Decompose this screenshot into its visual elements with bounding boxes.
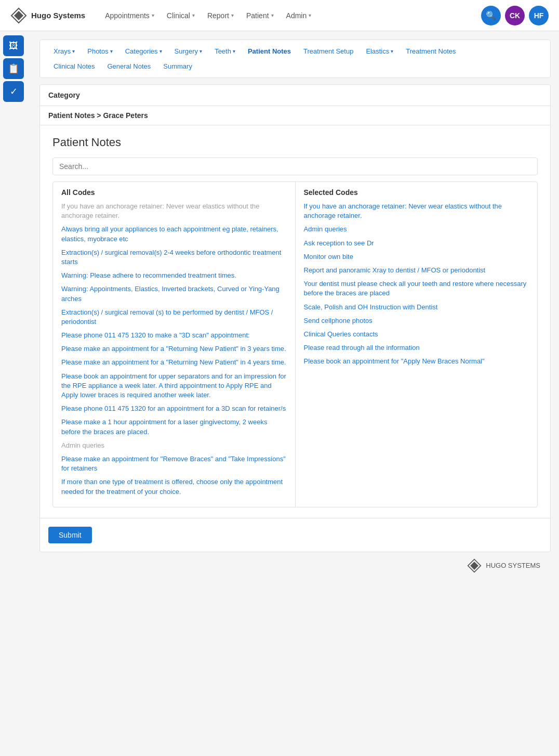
chevron-down-icon: ▾ <box>199 48 202 54</box>
tab-xrays[interactable]: Xrays ▾ <box>48 45 80 57</box>
card-body: Patient Notes All Codes If you have an a… <box>40 125 550 518</box>
all-codes-column: All Codes If you have an anchorage retai… <box>53 182 296 507</box>
sidebar-clipboard-icon[interactable]: 📋 <box>3 58 24 79</box>
list-item[interactable]: Please make an appointment for "Remove B… <box>61 454 287 473</box>
selected-codes-title: Selected Codes <box>304 188 529 197</box>
tab-elastics[interactable]: Elastics ▾ <box>361 45 398 57</box>
list-item[interactable]: Please phone 011 475 1320 to make a "3D … <box>61 331 287 340</box>
search-input[interactable] <box>52 158 538 175</box>
main-content: Xrays ▾ Photos ▾ Categories ▾ Surgery ▾ … <box>31 31 559 588</box>
nav-clinical[interactable]: Clinical ▾ <box>162 8 200 23</box>
page-title: Patient Notes <box>52 136 538 149</box>
nav-appointments[interactable]: Appointments ▾ <box>100 8 159 23</box>
sidebar: 🖼 📋 ✓ <box>0 31 29 106</box>
navbar-actions: 🔍 CK HF <box>481 6 549 25</box>
chevron-down-icon: ▾ <box>233 48 235 54</box>
tab-treatment-setup[interactable]: Treatment Setup <box>298 45 358 57</box>
tab-row-2: Clinical Notes General Notes Summary <box>48 60 542 72</box>
tab-surgery[interactable]: Surgery ▾ <box>169 45 208 57</box>
list-item[interactable]: If you have an anchorage retainer: Never… <box>304 202 529 220</box>
list-item[interactable]: Warning: Appointments, Elastics, Inverte… <box>61 284 287 303</box>
chevron-down-icon: ▾ <box>110 48 113 54</box>
chevron-down-icon: ▾ <box>72 48 75 54</box>
list-item[interactable]: Monitor own bite <box>304 252 529 262</box>
chevron-down-icon: ▾ <box>391 48 393 54</box>
nav-admin[interactable]: Admin ▾ <box>281 8 317 23</box>
list-item[interactable]: Please book an appointment for "Apply Ne… <box>304 357 529 366</box>
list-item[interactable]: Scale, Polish and OH Instruction with De… <box>304 303 529 312</box>
list-item[interactable]: Report and panoramic Xray to dentist / M… <box>304 266 529 275</box>
tab-clinical-notes[interactable]: Clinical Notes <box>48 60 100 72</box>
ck-avatar-button[interactable]: CK <box>505 6 525 25</box>
list-item[interactable]: If more than one type of treatment is of… <box>61 477 287 496</box>
all-codes-title: All Codes <box>61 188 287 197</box>
tab-teeth[interactable]: Teeth ▾ <box>209 45 241 57</box>
tab-categories[interactable]: Categories ▾ <box>120 45 167 57</box>
nav-menu: Appointments ▾ Clinical ▾ Report ▾ Patie… <box>100 8 477 23</box>
submit-area: Submit <box>40 518 550 552</box>
list-item[interactable]: Your dentist must please check all your … <box>304 279 529 298</box>
footer-diamond-icon <box>467 558 482 573</box>
navbar: Hugo Systems Appointments ▾ Clinical ▾ R… <box>0 0 559 31</box>
brand-diamond-icon <box>10 7 27 24</box>
nav-report[interactable]: Report ▾ <box>202 8 239 23</box>
chevron-down-icon: ▾ <box>159 48 162 54</box>
list-item[interactable]: Ask reception to see Dr <box>304 239 529 248</box>
list-item[interactable]: Admin queries <box>304 225 529 234</box>
sidebar-check-icon[interactable]: ✓ <box>3 81 24 102</box>
nav-patient[interactable]: Patient ▾ <box>241 8 279 23</box>
chevron-down-icon: ▾ <box>231 12 234 18</box>
list-item[interactable]: Send cellphone photos <box>304 316 529 325</box>
chevron-down-icon: ▾ <box>309 12 311 18</box>
list-item[interactable]: Extraction(s) / surgical removal (s) to … <box>61 308 287 327</box>
list-item[interactable]: Please phone 011 475 1320 for an appoint… <box>61 404 287 413</box>
main-card: Category Patient Notes > Grace Peters Pa… <box>39 84 551 552</box>
chevron-down-icon: ▾ <box>192 12 195 18</box>
tab-general-notes[interactable]: General Notes <box>102 60 156 72</box>
list-item[interactable]: Please make an appointment for a "Return… <box>61 344 287 354</box>
tab-photos[interactable]: Photos ▾ <box>82 45 117 57</box>
codes-panel: All Codes If you have an anchorage retai… <box>52 181 538 507</box>
list-item[interactable]: If you have an anchorage retainer: Never… <box>61 202 287 220</box>
list-item[interactable]: Please make an appointment for a "Return… <box>61 358 287 367</box>
sidebar-image-icon[interactable]: 🖼 <box>3 35 24 56</box>
list-item[interactable]: Clinical Queries contacts <box>304 330 529 339</box>
submit-button[interactable]: Submit <box>48 527 92 543</box>
selected-codes-column: Selected Codes If you have an anchorage … <box>296 182 538 507</box>
list-item[interactable]: Warning: Please adhere to recommended tr… <box>61 271 287 280</box>
list-item[interactable]: Always bring all your appliances to each… <box>61 225 287 243</box>
search-button[interactable]: 🔍 <box>481 6 501 25</box>
card-header: Category <box>40 85 550 106</box>
hf-avatar-button[interactable]: HF <box>529 6 549 25</box>
tab-row-1: Xrays ▾ Photos ▾ Categories ▾ Surgery ▾ … <box>48 45 542 57</box>
list-item[interactable]: Please book an appointment for upper sep… <box>61 372 287 400</box>
breadcrumb: Patient Notes > Grace Peters <box>40 106 550 125</box>
list-item[interactable]: Please read through all the information <box>304 343 529 353</box>
brand-name: Hugo Systems <box>31 11 85 20</box>
tab-bar: Xrays ▾ Photos ▾ Categories ▾ Surgery ▾ … <box>39 40 551 78</box>
chevron-down-icon: ▾ <box>152 12 154 18</box>
tab-patient-notes[interactable]: Patient Notes <box>243 45 296 57</box>
list-item[interactable]: Admin queries <box>61 441 287 450</box>
brand-logo[interactable]: Hugo Systems <box>10 7 85 24</box>
tab-treatment-notes[interactable]: Treatment Notes <box>401 45 461 57</box>
tab-summary[interactable]: Summary <box>158 60 197 72</box>
list-item[interactable]: Extraction(s) / surgical removal(s) 2-4 … <box>61 248 287 267</box>
list-item[interactable]: Please make a 1 hour appointment for a l… <box>61 418 287 436</box>
chevron-down-icon: ▾ <box>271 12 274 18</box>
footer-brand-label: HUGO SYSTEMS <box>486 562 540 569</box>
footer: HUGO SYSTEMS <box>39 552 551 579</box>
